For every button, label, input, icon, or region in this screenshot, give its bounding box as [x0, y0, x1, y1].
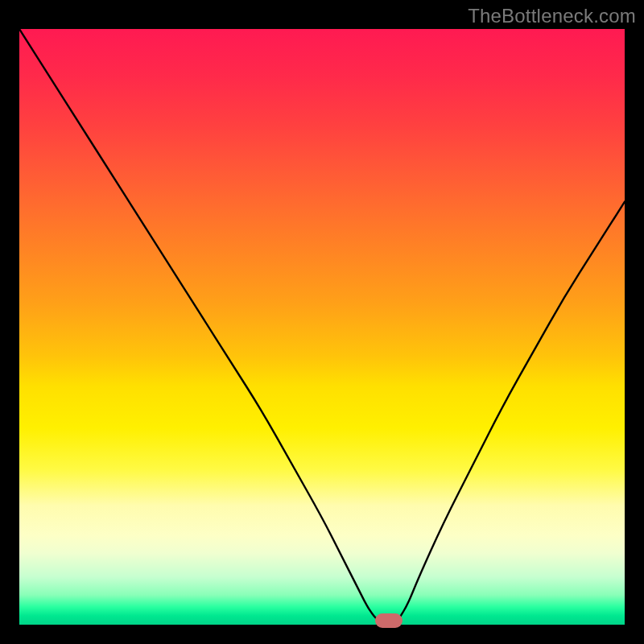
curve-path [19, 29, 625, 625]
chart-container: TheBottleneck.com [0, 0, 644, 644]
optimal-marker [375, 613, 402, 628]
bottleneck-curve [19, 29, 625, 625]
plot-area [19, 29, 625, 625]
watermark-text: TheBottleneck.com [468, 5, 636, 27]
